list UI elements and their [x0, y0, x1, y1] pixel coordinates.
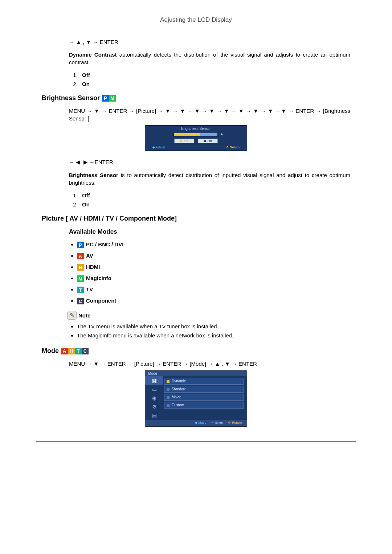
note-tv: The TV menu is available when a TV tuner…: [77, 323, 350, 329]
osd-side-sound-icon: ◉: [145, 394, 163, 402]
dynamic-contrast-options: Off On: [69, 72, 350, 87]
osd-on-button: On: [174, 139, 194, 143]
mode-av: AAV: [77, 253, 350, 259]
osd-brightness-sensor-figure: Brightness Sensor - + On Off ◆ Adjust ↺ …: [145, 125, 247, 151]
badge-h-icon: H: [77, 264, 84, 271]
mode-pc-label: PC / BNC / DVI: [86, 241, 123, 247]
badge-h-icon: H: [68, 348, 75, 354]
brightness-sensor-heading: Brightness Sensor P M: [42, 94, 350, 102]
osd-mode-figure: Mode ▦ ▭ ◉ ⚙ ▤ Dynamic Standard Movie Cu…: [145, 370, 247, 427]
osd-move-label: ◆ Move: [195, 421, 207, 424]
available-modes-list: PPC / BNC / DVI AAV HHDMI MMagicInfo TTV…: [69, 241, 350, 304]
mode-hdmi-label: HDMI: [86, 264, 100, 270]
brightness-sensor-option-off: Off: [79, 192, 350, 198]
badge-t-icon: T: [77, 287, 84, 293]
mode-component-label: Component: [86, 297, 116, 304]
osd-adjust-label: ◆ Adjust: [152, 145, 165, 149]
osd-side-screen-icon: ▭: [145, 385, 163, 394]
dynamic-contrast-label: Dynamic Contrast: [69, 52, 117, 58]
osd-mode-title: Mode: [145, 371, 247, 376]
mode-component: CComponent: [77, 297, 350, 304]
content-body: → ▲ , ▼ → ENTER Dynamic Contrast automat…: [42, 39, 350, 427]
mode-pc: PPC / BNC / DVI: [77, 241, 350, 248]
osd-option-movie: Movie: [164, 394, 244, 401]
osd-return-label: ↺ Return: [226, 145, 240, 149]
note-icon: ✎: [67, 311, 77, 320]
osd-brightness-title: Brightness Sensor: [145, 126, 247, 132]
osd-mode-options: Dynamic Standard Movie Custom: [163, 376, 247, 420]
badge-c-icon: C: [77, 298, 84, 304]
badge-t-icon: T: [75, 348, 82, 354]
brightness-sensor-badges: P M: [102, 95, 116, 102]
mode-tv: TTV: [77, 286, 350, 293]
dynamic-contrast-option-on: On: [79, 81, 350, 87]
osd-option-dynamic: Dynamic: [164, 378, 244, 385]
note-label: Note: [78, 312, 90, 319]
brightness-sensor-options: Off On: [69, 192, 350, 208]
badge-m-icon: M: [109, 95, 116, 102]
osd-side-picture-icon: ▦: [145, 376, 163, 385]
osd-option-custom: Custom: [164, 402, 244, 409]
page-title: Adjusting the LCD Display: [36, 16, 356, 26]
badge-a-icon: A: [77, 253, 84, 259]
footer-rule: [36, 441, 356, 442]
page: Adjusting the LCD Display → ▲ , ▼ → ENTE…: [0, 0, 392, 458]
osd-side-setup-icon: ⚙: [145, 402, 163, 411]
mode-tv-label: TV: [86, 286, 93, 292]
note-magicinfo: The MagicInfo menu is available when a n…: [77, 332, 350, 338]
osd-brightness-slider: [173, 133, 218, 136]
brightness-sensor-bold: Brightness Sensor: [69, 172, 118, 178]
brightness-sensor-option-on: On: [79, 201, 350, 208]
mode-section-heading: Mode A H T C: [42, 347, 350, 355]
note-heading: ✎ Note: [67, 311, 350, 320]
brightness-sensor-nav2: → ◀, ▶ →ENTER: [69, 159, 350, 165]
mode-heading-text: Mode: [42, 347, 59, 355]
brightness-sensor-menu-path: MENU → ▼ → ENTER → [Picture] → ▼ → ▼ → ▼…: [69, 107, 350, 122]
picture-section-heading: Picture [ AV / HDMI / TV / Component Mod…: [42, 215, 350, 222]
plus-icon: +: [221, 132, 223, 136]
osd-side-multi-icon: ▤: [145, 411, 163, 420]
osd-enter-label: ↵ Enter: [211, 421, 223, 424]
badge-c-icon: C: [82, 348, 89, 354]
osd-mode-footer: ◆ Move ↵ Enter ↺ Return: [145, 420, 247, 426]
dynamic-contrast-option-off: Off: [79, 72, 350, 78]
mode-magicinfo: MMagicInfo: [77, 275, 350, 282]
osd-brightness-buttons: On Off: [145, 137, 247, 145]
badge-m-icon: M: [77, 275, 84, 282]
badge-p-icon: P: [102, 95, 109, 102]
available-modes-heading: Available Modes: [69, 228, 350, 235]
dynamic-contrast-para: Dynamic Contrast automatically detects t…: [69, 51, 350, 66]
osd-mode-body: ▦ ▭ ◉ ⚙ ▤ Dynamic Standard Movie Custom: [145, 376, 247, 420]
mode-hdmi: HHDMI: [77, 264, 350, 271]
osd-mode-sidebar: ▦ ▭ ◉ ⚙ ▤: [145, 376, 163, 420]
mode-av-label: AV: [86, 253, 93, 259]
brightness-sensor-para: Brightness Sensor is to automatically de…: [69, 171, 350, 186]
dynamic-contrast-nav: → ▲ , ▼ → ENTER: [69, 39, 350, 45]
mode-menu-path: MENU → ▼ → ENTER → [Picture] → ENTER → […: [69, 360, 350, 368]
osd-brightness-slider-row: - +: [145, 132, 247, 137]
brightness-sensor-heading-text: Brightness Sensor: [42, 94, 100, 102]
osd-brightness-footer: ◆ Adjust ↺ Return: [145, 145, 247, 151]
badge-a-icon: A: [61, 348, 68, 354]
note-list: The TV menu is available when a TV tuner…: [69, 323, 350, 338]
minus-icon: -: [169, 132, 170, 136]
osd-return-label: ↺ Return: [228, 421, 242, 424]
badge-p-icon: P: [77, 242, 84, 248]
mode-magicinfo-label: MagicInfo: [86, 275, 111, 281]
osd-option-standard: Standard: [164, 386, 244, 393]
mode-heading-badges: A H T C: [61, 348, 89, 354]
osd-off-button: Off: [198, 139, 218, 143]
